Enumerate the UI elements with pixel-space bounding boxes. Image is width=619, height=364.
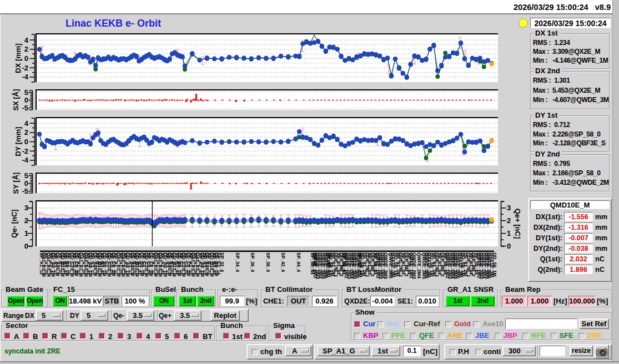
svg-text:0: 0 — [24, 54, 28, 63]
svg-text:DY [mm]: DY [mm] — [14, 127, 22, 156]
svg-text:0: 0 — [24, 96, 28, 104]
svg-text:DX [mm]: DX [mm] — [14, 43, 22, 73]
svg-text:QWDE_2M3: QWDE_2M3 — [411, 252, 417, 279]
svg-text:4: 4 — [24, 36, 29, 44]
svg-text:SX [Å]: SX [Å] — [12, 89, 20, 111]
svg-text:0: 0 — [24, 242, 28, 250]
svg-text:0: 0 — [24, 138, 28, 146]
svg-text:-2: -2 — [22, 64, 28, 72]
svg-text:SP_38_4: SP_38_4 — [265, 252, 271, 272]
svg-text:-2: -2 — [22, 147, 28, 155]
svg-text:QWDE_3M5: QWDE_3M5 — [383, 252, 389, 279]
svg-text:5: 5 — [24, 88, 28, 97]
svg-text:SP_36_4: SP_36_4 — [250, 252, 255, 272]
svg-text:SP_32_4: SP_32_4 — [219, 252, 225, 272]
svg-text:-5: -5 — [22, 187, 28, 195]
svg-text:QWFE_2M4: QWFE_2M4 — [416, 252, 422, 279]
svg-text:Qe- [nC]: Qe- [nC] — [10, 209, 18, 237]
svg-text:2: 2 — [24, 45, 28, 53]
svg-text:-5: -5 — [22, 104, 28, 112]
svg-text:-4: -4 — [22, 156, 28, 164]
svg-text:5: 5 — [24, 171, 28, 180]
svg-text:2: 2 — [507, 216, 511, 225]
svg-text:0: 0 — [24, 179, 28, 188]
svg-text:SY [Å]: SY [Å] — [12, 173, 20, 194]
svg-text:2: 2 — [24, 216, 28, 225]
svg-text:0: 0 — [507, 242, 511, 250]
svg-text:3: 3 — [24, 204, 28, 212]
svg-text:SP_42_4: SP_42_4 — [280, 252, 286, 272]
svg-text:SP_44_4: SP_44_4 — [296, 252, 301, 272]
svg-text:3: 3 — [507, 204, 511, 212]
svg-text:Qe+ [nC]: Qe+ [nC] — [514, 209, 522, 239]
svg-text:SP_34_4: SP_34_4 — [235, 252, 240, 272]
svg-text:1: 1 — [507, 229, 511, 237]
svg-text:4: 4 — [24, 119, 29, 128]
svg-text:1: 1 — [24, 229, 28, 237]
svg-text:-4: -4 — [22, 73, 28, 81]
svg-text:2: 2 — [24, 128, 28, 136]
svg-text:QD_58_1M: QD_58_1M — [492, 252, 497, 276]
